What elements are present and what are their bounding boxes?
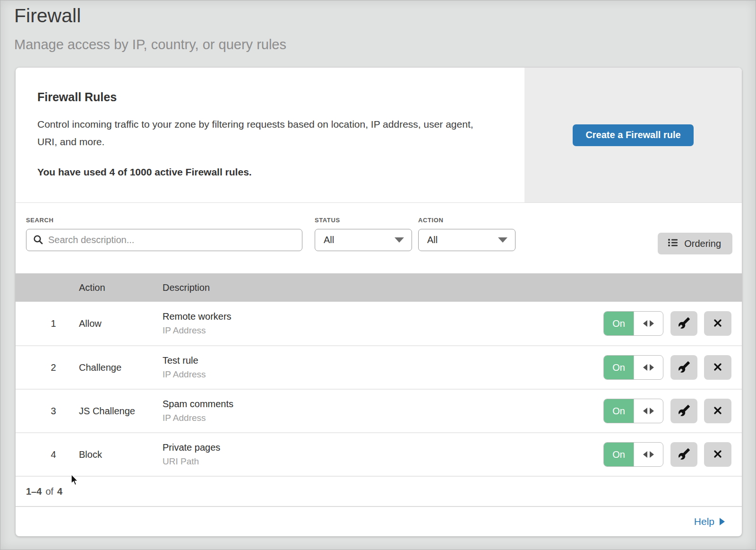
overview-usage: You have used 4 of 1000 active Firewall … (37, 166, 506, 178)
x-icon (712, 448, 724, 462)
wrench-icon (678, 361, 690, 375)
wrench-icon (678, 448, 690, 462)
arrow-left-icon (643, 364, 647, 371)
edit-rule-button[interactable] (670, 311, 698, 336)
column-header-action: Action (79, 282, 163, 293)
table-row: 1 Allow Remote workers IP Address On (16, 302, 742, 345)
chevron-right-icon (720, 518, 725, 525)
page-header: Firewall Manage access by IP, country, o… (0, 0, 756, 52)
x-icon (712, 317, 724, 331)
rule-description-cell: Test rule IP Address (163, 355, 603, 380)
delete-rule-button[interactable] (704, 399, 731, 423)
rule-description-cell: Remote workers IP Address (163, 311, 603, 336)
help-bar: Help (16, 506, 742, 536)
rule-toggle[interactable]: On (603, 355, 663, 380)
toggle-on-label: On (604, 312, 634, 335)
delete-rule-button[interactable] (704, 311, 731, 336)
overview-section: Firewall Rules Control incoming traffic … (16, 68, 742, 203)
help-link[interactable]: Help (694, 516, 725, 527)
rule-action: JS Challenge (79, 406, 163, 417)
search-icon (33, 234, 44, 247)
page-title: Firewall (14, 5, 756, 27)
delete-rule-button[interactable] (704, 355, 731, 380)
arrow-right-icon (650, 451, 654, 458)
arrow-left-icon (643, 451, 647, 458)
x-icon (712, 361, 724, 375)
toggle-handle[interactable] (634, 399, 663, 423)
rule-priority: 4 (16, 449, 79, 460)
search-input[interactable] (26, 229, 302, 251)
overview-action-panel: Create a Firewall rule (524, 68, 742, 202)
wrench-icon (678, 317, 690, 331)
pagination-range: 1–4 (26, 486, 42, 497)
ordered-list-icon (667, 237, 679, 251)
rule-toggle[interactable]: On (603, 442, 663, 467)
filters-bar: SEARCH STATUS All ACTION All (16, 203, 742, 273)
toggle-handle[interactable] (634, 312, 663, 335)
toggle-on-label: On (604, 399, 634, 423)
rule-description-cell: Private pages URI Path (163, 442, 603, 467)
status-label: STATUS (315, 217, 412, 224)
table-row: 4 Block Private pages URI Path On (16, 432, 742, 476)
arrow-right-icon (650, 364, 654, 371)
page-subtitle: Manage access by IP, country, or query r… (14, 37, 756, 52)
overview-title: Firewall Rules (37, 90, 506, 104)
edit-rule-button[interactable] (670, 442, 698, 467)
rule-type: IP Address (163, 369, 603, 380)
arrow-left-icon (643, 408, 647, 414)
status-select-value: All (324, 235, 334, 245)
toggle-handle[interactable] (634, 443, 663, 466)
status-filter: STATUS All (315, 217, 412, 251)
chevron-down-icon (395, 237, 404, 243)
rule-priority: 2 (16, 362, 79, 373)
overview-text: Firewall Rules Control incoming traffic … (16, 68, 524, 202)
status-select[interactable]: All (315, 229, 412, 251)
chevron-down-icon (498, 237, 507, 243)
table-row: 2 Challenge Test rule IP Address On (16, 345, 742, 389)
rule-priority: 1 (16, 318, 79, 329)
ordering-button-label: Ordering (684, 238, 721, 249)
arrow-left-icon (643, 320, 647, 327)
rule-priority: 3 (16, 406, 79, 417)
edit-rule-button[interactable] (670, 355, 698, 380)
rule-type: IP Address (163, 325, 603, 336)
action-label: ACTION (418, 217, 515, 224)
rule-type: URI Path (163, 456, 603, 467)
create-firewall-rule-button[interactable]: Create a Firewall rule (573, 124, 693, 146)
pagination-total: 4 (57, 486, 62, 497)
search-label: SEARCH (26, 217, 302, 224)
rule-action: Challenge (79, 362, 163, 373)
rule-description: Private pages (163, 442, 603, 453)
search-filter: SEARCH (26, 217, 302, 251)
pagination-of: of (45, 486, 53, 497)
wrench-icon (678, 404, 690, 418)
arrow-right-icon (650, 320, 654, 327)
table-header: Action Description (16, 273, 742, 302)
toggle-handle[interactable] (634, 356, 663, 379)
rule-description: Remote workers (163, 311, 603, 322)
help-link-label: Help (694, 516, 714, 527)
rule-type: IP Address (163, 413, 603, 423)
column-header-description: Description (163, 282, 742, 293)
firewall-rules-card: Firewall Rules Control incoming traffic … (16, 68, 742, 536)
action-select[interactable]: All (418, 229, 515, 251)
edit-rule-button[interactable] (670, 399, 698, 423)
rule-action: Allow (79, 318, 163, 329)
action-select-value: All (427, 235, 438, 245)
rules-list: 1 Allow Remote workers IP Address On (16, 302, 742, 477)
overview-description: Control incoming traffic to your zone by… (37, 115, 486, 150)
rule-description-cell: Spam comments IP Address (163, 399, 603, 423)
toggle-on-label: On (604, 356, 634, 379)
delete-rule-button[interactable] (704, 442, 731, 467)
rule-action: Block (79, 449, 163, 460)
rule-description: Test rule (163, 355, 603, 366)
arrow-right-icon (650, 408, 654, 414)
ordering-button[interactable]: Ordering (658, 233, 732, 254)
rule-toggle[interactable]: On (603, 311, 663, 336)
rule-toggle[interactable]: On (603, 399, 663, 423)
pagination: 1–4 of 4 (16, 477, 742, 506)
action-filter: ACTION All (418, 217, 515, 251)
table-row: 3 JS Challenge Spam comments IP Address … (16, 389, 742, 432)
x-icon (712, 404, 724, 418)
rule-description: Spam comments (163, 399, 603, 410)
